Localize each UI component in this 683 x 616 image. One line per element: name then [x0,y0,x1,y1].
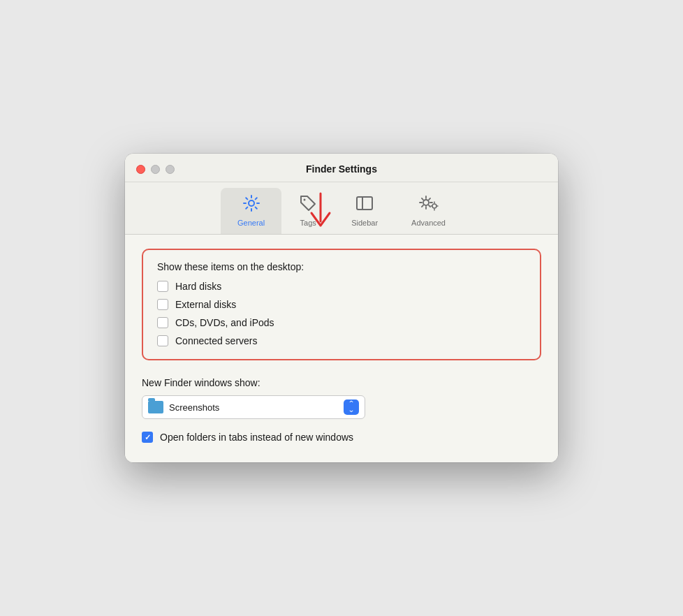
external-disks-label: External disks [175,299,236,310]
tabs-bar: General Tags Sidebar [125,182,558,234]
svg-point-6 [432,204,436,208]
content-area: Show these items on the desktop: Hard di… [125,235,558,462]
tags-label: Tags [300,219,316,227]
traffic-lights [136,165,175,174]
sidebar-icon [355,193,374,216]
hard-disks-label: Hard disks [175,281,221,292]
svg-point-1 [249,200,254,206]
connected-servers-label: Connected servers [175,335,258,346]
close-button[interactable] [136,165,145,174]
cds-dvds-checkbox[interactable] [157,317,168,328]
window-title: Finder Settings [136,163,547,182]
maximize-button[interactable] [166,165,175,174]
cds-dvds-label: CDs, DVDs, and iPods [175,317,274,328]
finder-windows-label: New Finder windows show: [142,377,541,388]
connected-servers-checkbox[interactable] [157,335,168,346]
cds-dvds-row: CDs, DVDs, and iPods [157,317,526,328]
tab-advanced[interactable]: Advanced [395,188,462,234]
open-folders-label: Open folders in tabs instead of new wind… [160,432,353,443]
desktop-items-label: Show these items on the desktop: [157,261,526,272]
folder-icon [148,401,163,413]
tab-tags[interactable]: Tags [281,188,335,234]
general-label: General [237,219,265,227]
dropdown-selected-value: Screenshots [169,402,338,413]
desktop-items-section: Show these items on the desktop: Hard di… [142,249,541,360]
tab-sidebar[interactable]: Sidebar [335,188,395,234]
tags-icon [298,193,318,216]
sidebar-label: Sidebar [351,219,378,227]
minimize-button[interactable] [151,165,160,174]
hard-disks-checkbox[interactable] [157,281,168,292]
external-disks-checkbox[interactable] [157,299,168,310]
svg-point-2 [304,199,306,201]
general-icon [242,193,261,216]
finder-windows-dropdown[interactable]: Screenshots [142,395,365,419]
open-folders-row: Open folders in tabs instead of new wind… [142,432,541,443]
open-folders-checkbox[interactable] [142,432,153,443]
svg-rect-3 [357,197,372,210]
advanced-icon [418,193,440,216]
finder-windows-section: New Finder windows show: Screenshots [142,377,541,419]
titlebar: Finder Settings [125,154,558,182]
hard-disks-row: Hard disks [157,281,526,292]
finder-settings-window: Finder Settings General Tags [125,154,558,462]
svg-point-5 [423,200,429,205]
finder-windows-dropdown-row: Screenshots [142,395,541,419]
connected-servers-row: Connected servers [157,335,526,346]
tab-general[interactable]: General [221,188,281,234]
dropdown-arrows-icon [344,399,359,415]
advanced-label: Advanced [411,219,446,227]
external-disks-row: External disks [157,299,526,310]
